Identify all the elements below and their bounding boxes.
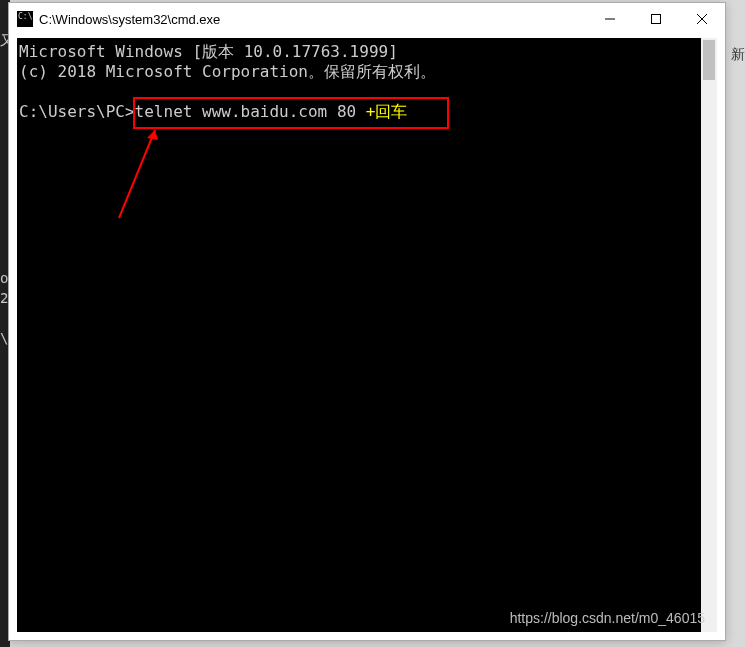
window-title: C:\Windows\system32\cmd.exe [39, 12, 587, 27]
svg-marker-5 [147, 130, 158, 140]
svg-line-4 [119, 130, 155, 218]
scrollbar[interactable] [701, 38, 717, 632]
maximize-button[interactable] [633, 3, 679, 35]
viewport: 又 o: 2( \l 新 C:\Windows\system32\cmd.exe… [0, 0, 745, 647]
close-icon [697, 14, 707, 24]
version-line: Microsoft Windows [版本 10.0.17763.1999] [19, 42, 398, 61]
copyright-line: (c) 2018 Microsoft Corporation。保留所有权利。 [19, 62, 436, 81]
minimize-button[interactable] [587, 3, 633, 35]
highlight-box [133, 97, 449, 129]
cmd-icon [17, 11, 33, 27]
svg-rect-1 [652, 15, 661, 24]
side-text: 新 [731, 46, 745, 64]
cmd-window: C:\Windows\system32\cmd.exe Microsoft Wi… [8, 2, 726, 641]
minimize-icon [605, 14, 615, 24]
terminal-area[interactable]: Microsoft Windows [版本 10.0.17763.1999] (… [17, 38, 717, 632]
annotation-arrow [111, 116, 171, 226]
scrollbar-thumb[interactable] [703, 40, 715, 80]
titlebar[interactable]: C:\Windows\system32\cmd.exe [9, 3, 725, 35]
maximize-icon [651, 14, 661, 24]
close-button[interactable] [679, 3, 725, 35]
prompt: C:\Users\PC> [19, 102, 135, 121]
watermark: https://blog.csdn.net/m0_46015 [510, 610, 705, 626]
